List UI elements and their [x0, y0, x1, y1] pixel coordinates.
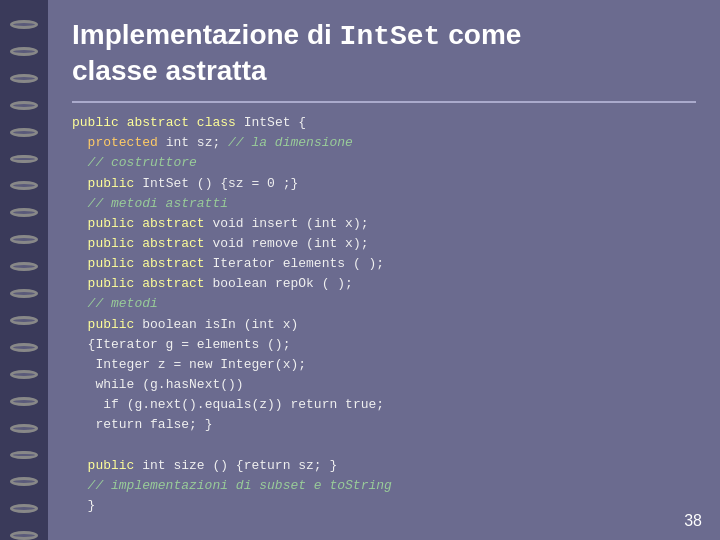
- title-line-1: Implementazione di IntSet comeclasse ast…: [72, 18, 696, 87]
- code-line-13: Integer z = new Integer(x);: [72, 355, 696, 375]
- code-line-10: // metodi: [72, 294, 696, 314]
- spiral-ring: [10, 316, 38, 325]
- code-line-11: public boolean isIn (int x): [72, 315, 696, 335]
- code-line-15: if (g.next().equals(z)) return true;: [72, 395, 696, 415]
- title-code: IntSet: [340, 21, 441, 52]
- code-line-1: public abstract class IntSet {: [72, 113, 696, 133]
- page-number: 38: [684, 512, 702, 530]
- main-content: Implementazione di IntSet comeclasse ast…: [48, 0, 720, 540]
- spiral-ring: [10, 208, 38, 217]
- code-line-16: return false; }: [72, 415, 696, 435]
- spiral-ring: [10, 397, 38, 406]
- title-prefix: Implementazione di: [72, 19, 340, 50]
- spiral-ring: [10, 20, 38, 29]
- spiral-ring: [10, 74, 38, 83]
- code-line-17: [72, 435, 696, 455]
- slide-title: Implementazione di IntSet comeclasse ast…: [72, 18, 696, 87]
- spiral-ring: [10, 370, 38, 379]
- code-line-9: public abstract boolean repOk ( );: [72, 274, 696, 294]
- code-line-18: public int size () {return sz; }: [72, 456, 696, 476]
- code-line-2: protected int sz; // la dimensione: [72, 133, 696, 153]
- code-line-14: while (g.hasNext()): [72, 375, 696, 395]
- spiral-ring: [10, 289, 38, 298]
- spiral-ring: [10, 262, 38, 271]
- spiral-ring: [10, 451, 38, 460]
- code-line-19: // implementazioni di subset e toString: [72, 476, 696, 496]
- spiral-ring: [10, 128, 38, 137]
- code-line-12: {Iterator g = elements ();: [72, 335, 696, 355]
- code-block: public abstract class IntSet { protected…: [72, 113, 696, 516]
- spiral-ring: [10, 504, 38, 513]
- spiral-ring: [10, 424, 38, 433]
- code-line-4: public IntSet () {sz = 0 ;}: [72, 174, 696, 194]
- spiral-ring: [10, 101, 38, 110]
- spiral-binding: [0, 0, 48, 540]
- code-line-20: }: [72, 496, 696, 516]
- code-line-3: // costruttore: [72, 153, 696, 173]
- code-line-6: public abstract void insert (int x);: [72, 214, 696, 234]
- spiral-ring: [10, 477, 38, 486]
- code-line-8: public abstract Iterator elements ( );: [72, 254, 696, 274]
- code-line-5: // metodi astratti: [72, 194, 696, 214]
- spiral-ring: [10, 531, 38, 540]
- code-line-7: public abstract void remove (int x);: [72, 234, 696, 254]
- spiral-ring: [10, 155, 38, 164]
- spiral-ring: [10, 181, 38, 190]
- title-divider: [72, 101, 696, 103]
- spiral-ring: [10, 235, 38, 244]
- spiral-ring: [10, 343, 38, 352]
- spiral-ring: [10, 47, 38, 56]
